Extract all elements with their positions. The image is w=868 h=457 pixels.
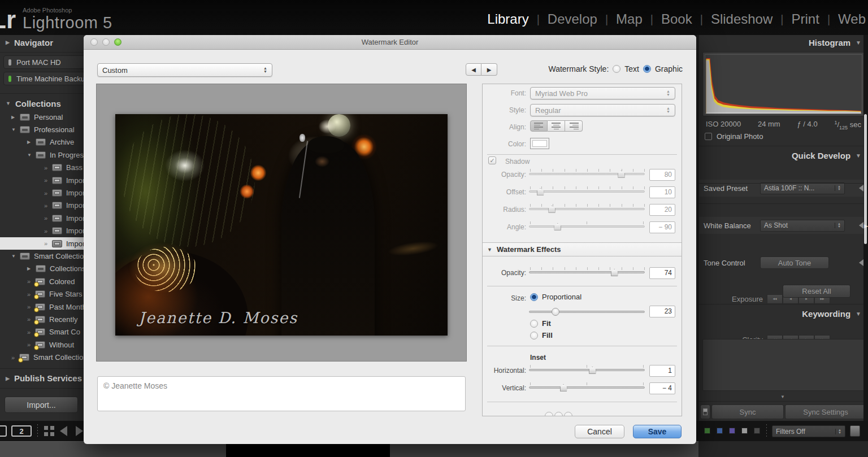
chevrons-icon: » [44,164,52,171]
shadow-radius-value[interactable]: 20 [649,204,675,216]
size-slider[interactable] [529,307,645,316]
panel-end-marker-icon: ▼ [780,394,785,399]
filter-lock-button[interactable] [850,425,860,437]
size-proportional-radio[interactable] [530,293,538,301]
collapsed-triangle-icon[interactable]: ▶ [27,266,36,271]
keywording-header[interactable]: Keywording ▼ [699,306,868,321]
dialog-titlebar[interactable]: Watermark Editor [84,35,696,50]
previous-photo-icon[interactable] [60,426,67,436]
sync-settings-button[interactable]: Sync Settings [785,404,866,419]
shadow-offset-value[interactable]: 10 [649,186,675,198]
anchor-position-button[interactable] [554,412,563,416]
decrease-large-button[interactable]: ◂◂ [767,294,783,304]
filter-swatch[interactable] [704,428,710,434]
shadow-checkbox[interactable]: ✓ [488,156,496,164]
next-photo-icon[interactable] [76,426,83,436]
filter-swatch[interactable] [729,428,735,434]
collapsed-triangle-icon[interactable]: ▶ [11,115,20,120]
style-text-radio[interactable] [613,65,620,73]
align-right-button[interactable] [565,120,583,132]
anchor-position-button[interactable] [545,412,553,416]
align-left-button[interactable] [530,120,548,132]
filmstrip-cell[interactable] [698,441,868,457]
shadow-opacity-value[interactable]: 80 [649,169,675,181]
style-graphic-radio[interactable] [643,65,651,73]
module-separator: | [537,13,540,26]
keywords-textarea[interactable] [702,339,865,391]
shadow-offset-slider[interactable] [529,186,645,195]
size-fit-radio[interactable] [530,320,538,328]
size-value[interactable]: 23 [649,306,675,317]
import-button[interactable]: Import... [5,397,78,413]
shadow-radius-label: Radius: [483,206,526,214]
module-book[interactable]: Book [661,11,692,27]
panel-switch-left-icon[interactable] [859,222,863,229]
shadow-radius-slider[interactable] [529,204,645,213]
size-proportional-label: Proportional [542,293,581,301]
module-print[interactable]: Print [792,11,819,27]
module-develop[interactable]: Develop [548,11,597,27]
histogram-header[interactable]: Histogram ▼ [699,35,868,50]
smart-collection-icon [35,316,45,323]
anchor-position-button[interactable] [564,412,572,416]
module-web[interactable]: Web [838,11,866,27]
inset-vertical-value[interactable]: − 4 [649,382,675,394]
grid-view-icon[interactable] [44,426,48,430]
watermark-graphic: Jeanette D. Moses [138,309,298,327]
filter-swatch[interactable] [741,428,748,434]
secondary-display-button[interactable]: 2 [11,425,32,437]
style-dropdown[interactable]: Regular ▲▼ [530,104,675,116]
collection-set-icon [36,265,46,272]
expanded-triangle-icon[interactable]: ▼ [11,127,20,132]
shadow-angle-value[interactable]: − 90 [649,221,675,233]
expanded-triangle-icon[interactable]: ▼ [27,153,36,158]
effects-opacity-value[interactable]: 74 [649,267,675,279]
collapsed-triangle-icon[interactable]: ▶ [27,140,36,145]
expanded-triangle-icon: ▼ [856,40,861,46]
shadow-angle-slider[interactable] [529,221,645,230]
tone-control-label: Tone Control [704,259,745,267]
original-photo-checkbox[interactable] [705,133,712,140]
module-library[interactable]: Library [487,11,528,27]
slider-thumb[interactable] [552,308,559,316]
preset-dropdown[interactable]: Custom ▲▼ [97,63,272,77]
inset-vertical-slider[interactable] [529,382,645,391]
quick-develop-header[interactable]: Quick Develop ▼ [699,148,868,163]
inset-horizontal-value[interactable]: 1 [649,365,675,377]
collection-set-icon [36,151,46,159]
white-balance-dropdown[interactable]: As Shot ▲▼ [760,220,845,232]
watermark-preview-area: Jeanette D. Moses [96,84,467,362]
font-dropdown[interactable]: Myriad Web Pro ▲▼ [530,87,675,99]
shadow-opacity-slider[interactable] [529,169,645,178]
previous-watermark-button[interactable]: ◀ [466,63,481,76]
volume-led-icon [8,76,11,82]
watermark-text-input[interactable]: © Jeanette Moses [97,376,466,411]
auto-tone-button[interactable]: Auto Tone [760,256,829,269]
collection-icon [52,177,62,184]
watermark-effects-header[interactable]: ▼ Watermark Effects [483,242,682,256]
histogram-panel[interactable] [702,52,865,116]
primary-display-button[interactable] [0,425,7,437]
filter-swatch[interactable] [754,428,760,434]
panel-switch-left-icon[interactable] [859,259,863,266]
inset-horizontal-slider[interactable] [529,365,645,374]
panel-show-right-icon[interactable]: ▶ [864,223,868,229]
color-swatch[interactable] [530,138,549,149]
sync-toggle-button[interactable] [700,404,710,419]
filters-off-dropdown[interactable]: Filters Off ▲▼ [772,425,845,437]
save-button[interactable]: Save [633,425,682,438]
sync-button[interactable]: Sync [711,404,784,419]
size-fill-radio[interactable] [530,332,538,340]
saved-preset-dropdown[interactable]: Astia 100F :: N... ▲▼ [760,182,845,194]
align-center-button[interactable] [548,120,565,132]
cancel-button[interactable]: Cancel [575,425,624,438]
filter-swatch[interactable] [717,428,723,434]
module-slideshow[interactable]: Slideshow [711,11,772,27]
effects-opacity-slider[interactable] [529,267,645,276]
module-map[interactable]: Map [616,11,643,27]
reset-all-button[interactable]: Reset All [783,285,850,298]
panel-switch-left-icon[interactable] [859,185,863,191]
expanded-triangle-icon[interactable]: ▼ [11,254,20,259]
next-watermark-button[interactable]: ▶ [481,63,497,76]
shadow-angle-label: Angle: [483,223,526,231]
